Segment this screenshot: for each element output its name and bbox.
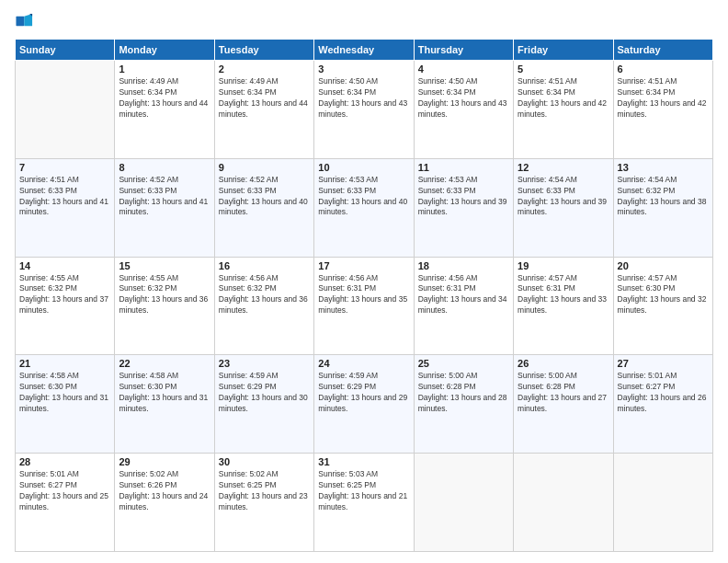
calendar-week-row: 1Sunrise: 4:49 AMSunset: 6:34 PMDaylight… [16, 61, 713, 159]
day-info: Sunrise: 4:51 AMSunset: 6:34 PMDaylight:… [518, 76, 609, 121]
weekday-header: Friday [514, 40, 613, 61]
day-number: 31 [318, 456, 409, 467]
day-number: 23 [219, 358, 310, 369]
calendar-cell: 4Sunrise: 4:50 AMSunset: 6:34 PMDaylight… [414, 61, 513, 159]
logo-icon [15, 11, 35, 31]
header [15, 11, 713, 31]
calendar-cell: 18Sunrise: 4:56 AMSunset: 6:31 PMDayligh… [414, 257, 513, 355]
calendar-cell: 10Sunrise: 4:53 AMSunset: 6:33 PMDayligh… [314, 158, 414, 257]
day-info: Sunrise: 5:03 AMSunset: 6:25 PMDaylight:… [318, 469, 409, 513]
day-info: Sunrise: 4:49 AMSunset: 6:34 PMDaylight:… [119, 76, 210, 121]
calendar-cell [514, 454, 613, 552]
day-info: Sunrise: 4:51 AMSunset: 6:33 PMDaylight:… [19, 175, 110, 219]
day-info: Sunrise: 4:49 AMSunset: 6:34 PMDaylight:… [219, 76, 310, 121]
calendar-cell [613, 454, 712, 552]
weekday-header: Tuesday [214, 40, 313, 61]
day-number: 7 [19, 162, 110, 173]
weekday-header: Saturday [613, 40, 712, 61]
calendar-cell: 27Sunrise: 5:01 AMSunset: 6:27 PMDayligh… [613, 355, 712, 454]
calendar-cell: 5Sunrise: 4:51 AMSunset: 6:34 PMDaylight… [514, 61, 613, 159]
calendar-cell: 30Sunrise: 5:02 AMSunset: 6:25 PMDayligh… [214, 454, 313, 552]
calendar-cell: 24Sunrise: 4:59 AMSunset: 6:29 PMDayligh… [314, 355, 414, 454]
calendar-header-row: SundayMondayTuesdayWednesdayThursdayFrid… [16, 40, 713, 61]
calendar-cell: 15Sunrise: 4:55 AMSunset: 6:32 PMDayligh… [115, 257, 214, 355]
calendar-cell: 7Sunrise: 4:51 AMSunset: 6:33 PMDaylight… [16, 158, 115, 257]
day-number: 14 [19, 260, 110, 271]
calendar-cell: 13Sunrise: 4:54 AMSunset: 6:32 PMDayligh… [613, 158, 712, 257]
day-info: Sunrise: 5:01 AMSunset: 6:27 PMDaylight:… [618, 371, 709, 415]
day-info: Sunrise: 4:59 AMSunset: 6:29 PMDaylight:… [219, 371, 310, 415]
weekday-header: Thursday [414, 40, 513, 61]
calendar-cell: 1Sunrise: 4:49 AMSunset: 6:34 PMDaylight… [115, 61, 214, 159]
day-number: 17 [318, 260, 409, 271]
day-number: 1 [119, 63, 210, 75]
calendar-cell: 17Sunrise: 4:56 AMSunset: 6:31 PMDayligh… [314, 257, 414, 355]
calendar-cell: 12Sunrise: 4:54 AMSunset: 6:33 PMDayligh… [514, 158, 613, 257]
day-number: 15 [119, 260, 210, 271]
day-info: Sunrise: 5:01 AMSunset: 6:27 PMDaylight:… [19, 469, 110, 513]
day-number: 21 [19, 358, 110, 369]
calendar-cell: 6Sunrise: 4:51 AMSunset: 6:34 PMDaylight… [613, 61, 712, 159]
day-number: 3 [318, 63, 409, 75]
weekday-header: Sunday [16, 40, 115, 61]
calendar-week-row: 21Sunrise: 4:58 AMSunset: 6:30 PMDayligh… [16, 355, 713, 454]
calendar-cell: 9Sunrise: 4:52 AMSunset: 6:33 PMDaylight… [214, 158, 313, 257]
day-info: Sunrise: 4:55 AMSunset: 6:32 PMDaylight:… [119, 273, 210, 317]
calendar-cell [414, 454, 513, 552]
day-info: Sunrise: 4:54 AMSunset: 6:33 PMDaylight:… [518, 175, 609, 219]
day-number: 27 [618, 358, 709, 369]
day-number: 6 [618, 63, 709, 75]
calendar-cell: 2Sunrise: 4:49 AMSunset: 6:34 PMDaylight… [214, 61, 313, 159]
calendar-cell: 14Sunrise: 4:55 AMSunset: 6:32 PMDayligh… [16, 257, 115, 355]
day-number: 18 [418, 260, 509, 271]
day-info: Sunrise: 4:51 AMSunset: 6:34 PMDaylight:… [618, 76, 709, 121]
weekday-header: Monday [115, 40, 214, 61]
day-number: 8 [119, 162, 210, 173]
day-number: 2 [219, 63, 310, 75]
day-info: Sunrise: 4:56 AMSunset: 6:31 PMDaylight:… [318, 273, 409, 317]
svg-marker-1 [24, 14, 32, 26]
day-number: 12 [518, 162, 609, 173]
calendar-cell: 21Sunrise: 4:58 AMSunset: 6:30 PMDayligh… [16, 355, 115, 454]
calendar-cell: 8Sunrise: 4:52 AMSunset: 6:33 PMDaylight… [115, 158, 214, 257]
day-info: Sunrise: 4:54 AMSunset: 6:32 PMDaylight:… [618, 175, 709, 219]
calendar-week-row: 7Sunrise: 4:51 AMSunset: 6:33 PMDaylight… [16, 158, 713, 257]
day-number: 13 [618, 162, 709, 173]
day-number: 4 [418, 63, 509, 75]
calendar-cell: 23Sunrise: 4:59 AMSunset: 6:29 PMDayligh… [214, 355, 313, 454]
day-info: Sunrise: 4:57 AMSunset: 6:31 PMDaylight:… [518, 273, 609, 317]
day-number: 19 [518, 260, 609, 271]
day-info: Sunrise: 4:52 AMSunset: 6:33 PMDaylight:… [219, 175, 310, 219]
day-number: 22 [119, 358, 210, 369]
day-number: 25 [418, 358, 509, 369]
day-info: Sunrise: 4:50 AMSunset: 6:34 PMDaylight:… [318, 76, 409, 121]
day-info: Sunrise: 5:02 AMSunset: 6:26 PMDaylight:… [119, 469, 210, 513]
day-number: 28 [19, 456, 110, 467]
day-info: Sunrise: 4:53 AMSunset: 6:33 PMDaylight:… [318, 175, 409, 219]
calendar-cell: 19Sunrise: 4:57 AMSunset: 6:31 PMDayligh… [514, 257, 613, 355]
day-info: Sunrise: 5:00 AMSunset: 6:28 PMDaylight:… [418, 371, 509, 415]
day-info: Sunrise: 4:59 AMSunset: 6:29 PMDaylight:… [318, 371, 409, 415]
calendar-cell [16, 61, 115, 159]
day-info: Sunrise: 4:56 AMSunset: 6:32 PMDaylight:… [219, 273, 310, 317]
calendar-cell: 20Sunrise: 4:57 AMSunset: 6:30 PMDayligh… [613, 257, 712, 355]
day-number: 5 [518, 63, 609, 75]
day-number: 10 [318, 162, 409, 173]
weekday-header: Wednesday [314, 40, 414, 61]
calendar-cell: 31Sunrise: 5:03 AMSunset: 6:25 PMDayligh… [314, 454, 414, 552]
day-info: Sunrise: 4:55 AMSunset: 6:32 PMDaylight:… [19, 273, 110, 317]
page: SundayMondayTuesdayWednesdayThursdayFrid… [0, 0, 728, 563]
day-number: 29 [119, 456, 210, 467]
calendar-cell: 26Sunrise: 5:00 AMSunset: 6:28 PMDayligh… [514, 355, 613, 454]
calendar-cell: 11Sunrise: 4:53 AMSunset: 6:33 PMDayligh… [414, 158, 513, 257]
day-info: Sunrise: 4:57 AMSunset: 6:30 PMDaylight:… [618, 273, 709, 317]
day-number: 26 [518, 358, 609, 369]
day-number: 30 [219, 456, 310, 467]
day-info: Sunrise: 4:56 AMSunset: 6:31 PMDaylight:… [418, 273, 509, 317]
calendar-cell: 22Sunrise: 4:58 AMSunset: 6:30 PMDayligh… [115, 355, 214, 454]
calendar-cell: 3Sunrise: 4:50 AMSunset: 6:34 PMDaylight… [314, 61, 414, 159]
day-number: 11 [418, 162, 509, 173]
day-info: Sunrise: 4:50 AMSunset: 6:34 PMDaylight:… [418, 76, 509, 121]
calendar-cell: 29Sunrise: 5:02 AMSunset: 6:26 PMDayligh… [115, 454, 214, 552]
calendar-table: SundayMondayTuesdayWednesdayThursdayFrid… [15, 39, 713, 552]
